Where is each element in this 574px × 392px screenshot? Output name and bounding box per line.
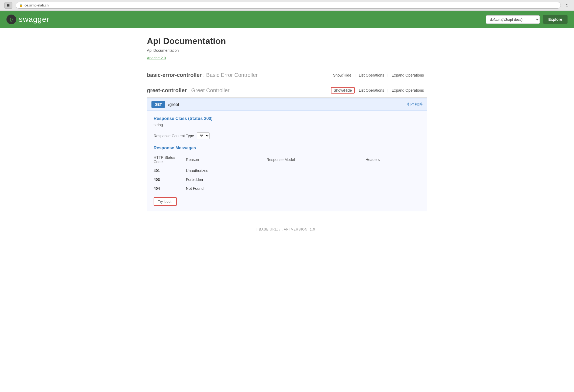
swagger-title: swagger (19, 15, 49, 24)
model-404 (267, 184, 365, 193)
response-messages-table: HTTP Status Code Reason Response Model H… (154, 154, 420, 193)
page-footer: [ BASE URL: / , API VERSION: 1.0 ] (147, 222, 427, 237)
navbar-right: default (/v2/api-docs) Explore (486, 15, 568, 24)
address-bar: 🔒 ce.simplelab.cn (16, 2, 561, 9)
content-type-select[interactable]: */* (197, 132, 210, 139)
response-type: string (154, 123, 420, 127)
model-403 (267, 175, 365, 184)
greet-list-ops[interactable]: List Operations (355, 88, 387, 92)
response-content-type-row: Response Content Type */* (154, 132, 420, 139)
col-header-headers: Headers (365, 154, 420, 166)
api-subtitle: Api Documentation (147, 48, 427, 53)
swagger-logo-icon: {} (6, 15, 16, 24)
endpoint-summary: 打个招呼 (407, 102, 423, 107)
controller-name-rest: : Basic Error Controller (202, 72, 258, 78)
controller-header-greet: greet-controller : Greet Controller Show… (147, 83, 427, 98)
refresh-button[interactable]: ↻ (564, 3, 570, 8)
controller-header-basic-error: basic-error-controller : Basic Error Con… (147, 68, 427, 82)
status-code-401: 401 (154, 166, 186, 175)
try-it-out-button[interactable]: Try it out! (154, 197, 177, 206)
page-title: Api Documentation (147, 36, 427, 46)
col-header-status: HTTP Status Code (154, 154, 186, 166)
controller-name-bold: basic-error-controller (147, 72, 202, 78)
col-header-reason: Reason (186, 154, 267, 166)
status-code-404: 404 (154, 184, 186, 193)
greet-show-hide[interactable]: Show/Hide (331, 87, 355, 94)
endpoint-content: Response Class (Status 200) string Respo… (147, 111, 427, 211)
method-badge-get: GET (151, 101, 165, 108)
response-messages-title: Response Messages (154, 146, 420, 150)
table-row: 404 Not Found (154, 184, 420, 193)
url-text: ce.simplelab.cn (25, 3, 49, 7)
status-code-403: 403 (154, 175, 186, 184)
swagger-brand: {} swagger (6, 15, 49, 24)
response-content-type-label: Response Content Type (154, 134, 194, 138)
endpoint-path: /greet (168, 102, 179, 107)
main-content: Api Documentation Api Documentation Apac… (139, 36, 435, 237)
api-license-link[interactable]: Apache 2.0 (147, 56, 166, 60)
endpoint-section-greet: GET /greet 打个招呼 Response Class (Status 2… (147, 98, 427, 211)
reason-403: Forbidden (186, 175, 267, 184)
headers-403 (365, 175, 420, 184)
controller-section-greet: greet-controller : Greet Controller Show… (147, 83, 427, 211)
reason-404: Not Found (186, 184, 267, 193)
controller-name-greet-rest: : Greet Controller (187, 87, 230, 93)
table-row: 401 Unauthorized (154, 166, 420, 175)
controller-actions-greet: Show/Hide | List Operations | Expand Ope… (331, 87, 427, 94)
response-class-title[interactable]: Response Class (Status 200) (154, 116, 420, 121)
controller-name-basic-error: basic-error-controller : Basic Error Con… (147, 72, 258, 78)
basic-error-expand-ops[interactable]: Expand Operations (388, 73, 427, 77)
api-docs-select[interactable]: default (/v2/api-docs) (486, 15, 540, 24)
endpoint-left: GET /greet (151, 101, 179, 108)
greet-expand-ops[interactable]: Expand Operations (388, 88, 427, 92)
browser-chrome: ⊟ 🔒 ce.simplelab.cn ↻ (0, 0, 574, 11)
explore-button[interactable]: Explore (543, 15, 568, 24)
controller-actions-basic-error: Show/Hide | List Operations | Expand Ope… (330, 73, 427, 77)
table-row: 403 Forbidden (154, 175, 420, 184)
model-401 (267, 166, 365, 175)
controller-section-basic-error: basic-error-controller : Basic Error Con… (147, 68, 427, 82)
controller-name-greet-bold: greet-controller (147, 87, 187, 93)
lock-icon: 🔒 (19, 4, 23, 7)
basic-error-list-ops[interactable]: List Operations (355, 73, 387, 77)
controller-name-greet: greet-controller : Greet Controller (147, 87, 230, 94)
headers-404 (365, 184, 420, 193)
col-header-model: Response Model (267, 154, 365, 166)
basic-error-show-hide[interactable]: Show/Hide (330, 73, 355, 77)
swagger-navbar: {} swagger default (/v2/api-docs) Explor… (0, 11, 574, 28)
reason-401: Unauthorized (186, 166, 267, 175)
endpoint-row-get-greet[interactable]: GET /greet 打个招呼 (147, 98, 427, 111)
headers-401 (365, 166, 420, 175)
tab-toggle-button[interactable]: ⊟ (4, 2, 12, 9)
